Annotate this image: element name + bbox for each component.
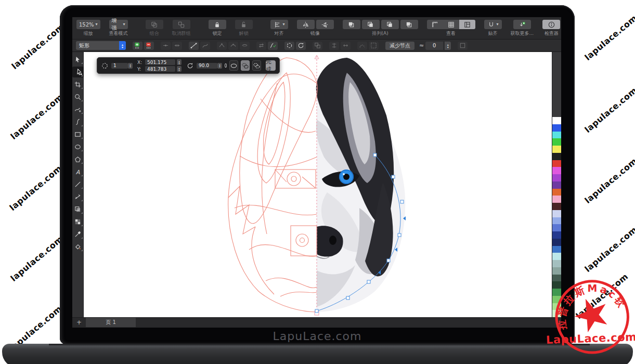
select-all-nodes-button[interactable] (369, 42, 379, 50)
color-swatch[interactable] (552, 117, 561, 124)
cusp-node-button[interactable] (217, 42, 227, 50)
color-swatch[interactable] (552, 253, 561, 260)
ungroup-button[interactable] (173, 20, 190, 29)
x-stepper[interactable]: ▴▾ (177, 59, 182, 65)
color-swatch[interactable] (552, 246, 561, 253)
to-line-button[interactable] (189, 42, 199, 50)
to-curve-button[interactable] (200, 42, 210, 50)
reverse-direction-button[interactable] (256, 42, 266, 50)
zoom-tool[interactable] (72, 92, 84, 102)
smart-fill-tool[interactable] (72, 241, 84, 252)
layout-toggle-button[interactable] (459, 20, 475, 29)
get-more-button[interactable] (513, 20, 531, 29)
color-swatch[interactable] (552, 224, 561, 231)
forward-one-button[interactable] (362, 20, 380, 29)
color-swatch[interactable] (552, 231, 561, 239)
rectangle-tool-icon (74, 131, 82, 138)
copies-stepper[interactable]: ▴▾ (128, 63, 133, 69)
color-swatch[interactable] (552, 239, 561, 246)
align-nodes-button[interactable] (329, 42, 339, 50)
polygon-tool[interactable] (72, 154, 84, 165)
grid-toggle-button[interactable] (443, 20, 459, 29)
color-swatch[interactable] (552, 138, 561, 146)
add-page-button[interactable]: + (72, 318, 86, 327)
copies-input[interactable]: 1 (111, 63, 128, 69)
reduce-nodes-button[interactable]: 减少节点 (385, 42, 414, 50)
curve-smoothness-input[interactable]: 0 (425, 42, 443, 50)
y-position-input[interactable]: 481.783 (145, 66, 175, 72)
color-swatch[interactable] (552, 189, 561, 196)
to-front-button[interactable] (343, 20, 360, 29)
to-back-button[interactable] (400, 20, 418, 29)
done-button[interactable]: 完成 (266, 60, 276, 71)
shape-tool[interactable] (72, 67, 84, 77)
break-node-button[interactable] (172, 42, 182, 50)
close-curve-button[interactable] (284, 42, 294, 50)
drop-shadow-tool[interactable] (72, 204, 84, 215)
unlock-button[interactable] (235, 20, 253, 29)
group-button[interactable] (146, 20, 163, 29)
box-select-button[interactable] (458, 42, 468, 50)
align-dropdown[interactable]: ▾ (270, 20, 288, 29)
freehand-tool[interactable] (72, 104, 84, 115)
color-swatch[interactable] (552, 260, 561, 267)
text-tool[interactable]: A (72, 166, 84, 177)
page-tab[interactable]: 页 1 (86, 318, 136, 327)
color-swatch[interactable] (552, 217, 561, 225)
color-swatch[interactable] (552, 203, 561, 210)
back-one-button[interactable] (381, 20, 399, 29)
symmetric-node-button[interactable] (240, 42, 250, 50)
color-swatch[interactable] (552, 210, 561, 217)
color-swatch[interactable] (552, 174, 561, 181)
extract-subpath-button[interactable] (268, 42, 278, 50)
rotate-nodes-button[interactable] (296, 42, 306, 50)
inspector-button[interactable] (542, 20, 560, 29)
color-swatch[interactable] (552, 132, 561, 139)
mirror-copy-mode-button[interactable] (241, 60, 250, 71)
add-node-button[interactable] (133, 42, 142, 50)
dimension-tool[interactable] (72, 191, 84, 202)
join-nodes-button[interactable] (161, 42, 171, 50)
pen-tool[interactable] (72, 116, 84, 127)
curve-smoothness-stepper[interactable]: ▴▾ (445, 42, 451, 50)
outline-copy-mode-button[interactable] (252, 60, 261, 71)
color-swatch[interactable] (552, 160, 561, 167)
y-stepper[interactable]: ▴▾ (177, 66, 182, 72)
crop-tool[interactable] (72, 79, 84, 90)
color-swatch[interactable] (552, 181, 561, 189)
watermark-text: lapulace.com (10, 22, 66, 71)
ellipse-mode-button[interactable] (229, 60, 238, 71)
color-swatch[interactable] (552, 196, 561, 203)
pick-tool[interactable] (72, 54, 84, 65)
color-swatch[interactable] (552, 124, 561, 132)
elastic-mode-button[interactable] (357, 42, 367, 50)
rectangle-tool[interactable] (72, 129, 84, 140)
angle-input[interactable]: 90.0 (197, 63, 217, 69)
shape-type-select[interactable]: 矩形 ▴▾ (76, 41, 126, 50)
stretch-nodes-button[interactable] (341, 42, 351, 50)
color-swatch[interactable] (552, 267, 561, 275)
drawing-canvas[interactable]: 1 ▴▾ X: 501.175 ▴▾ Y: 481.783 ▴▾ (84, 52, 552, 317)
delete-node-button[interactable] (144, 42, 154, 50)
rulers-toggle-button[interactable] (427, 20, 443, 29)
toolbox: A (72, 52, 84, 317)
smooth-node-button[interactable] (228, 42, 238, 50)
color-swatch[interactable] (552, 146, 561, 153)
line-tool[interactable] (72, 179, 84, 190)
view-mode-dropdown[interactable]: 增强▾ (109, 20, 128, 29)
x-position-input[interactable]: 501.175 (145, 59, 175, 65)
mirror-vertical-button[interactable] (316, 20, 334, 29)
mirror-horizontal-button[interactable] (297, 20, 315, 29)
zoom-level-dropdown[interactable]: 152%▾ (76, 20, 100, 29)
angle-stepper[interactable]: ▴▾ (217, 63, 222, 69)
select-stepper[interactable]: ▴▾ (119, 41, 126, 50)
snap-dropdown[interactable]: ▾ (484, 20, 502, 29)
eyedropper-tool[interactable] (72, 229, 84, 240)
color-swatch[interactable] (552, 275, 561, 282)
color-swatch[interactable] (552, 167, 561, 174)
pattern-fill-tool[interactable] (72, 216, 84, 227)
color-swatch[interactable] (552, 153, 561, 160)
ellipse-tool[interactable] (72, 141, 84, 152)
scale-nodes-button[interactable] (313, 42, 322, 50)
lock-button[interactable] (209, 20, 226, 29)
